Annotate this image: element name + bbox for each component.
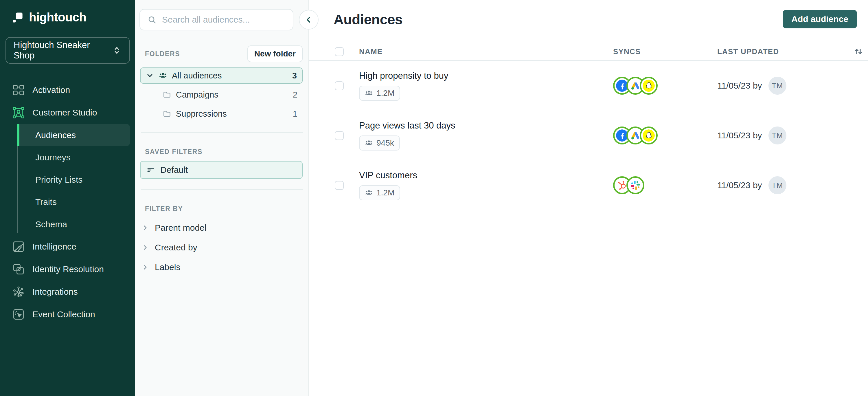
- folder-campaigns[interactable]: Campaigns 2: [140, 87, 303, 103]
- sidebar-item-label: Intelligence: [32, 242, 76, 251]
- filter-created-by[interactable]: Created by: [142, 238, 308, 257]
- integrations-icon: [12, 285, 25, 298]
- panel-divider: [141, 189, 303, 190]
- audience-size-badge: 1.2M: [359, 86, 400, 101]
- intelligence-icon: [12, 240, 25, 253]
- audience-people-icon: [365, 189, 373, 197]
- avatar: TM: [769, 176, 786, 194]
- sidebar-nav: Activation Customer Studio Audiences Jou…: [0, 79, 135, 326]
- hightouch-logo: hightouch: [0, 0, 135, 24]
- chevron-down-icon: [146, 71, 154, 80]
- filter-parent-model[interactable]: Parent model: [142, 218, 308, 238]
- audience-name[interactable]: High propensity to buy: [359, 71, 613, 81]
- filter-label: Labels: [155, 262, 180, 272]
- last-updated-cell: 11/05/23 by TM: [717, 126, 845, 145]
- avatar: TM: [769, 126, 786, 145]
- saved-filter-name: Default: [160, 165, 188, 175]
- main-content: Audiences Add audience NAME SYNCS LAST U…: [309, 0, 868, 396]
- audience-size: 1.2M: [376, 188, 394, 197]
- subnav-label: Schema: [35, 219, 67, 229]
- folder-count: 1: [293, 109, 298, 119]
- audience-people-icon: [159, 71, 167, 80]
- sidebar-item-label: Customer Studio: [32, 108, 97, 118]
- folder-label: Campaigns: [176, 90, 288, 99]
- select-all-checkbox[interactable]: [335, 47, 344, 56]
- syncs-cell: [613, 77, 717, 95]
- chevron-updown-icon: [112, 45, 122, 55]
- saved-filter-default[interactable]: Default: [140, 161, 303, 179]
- audience-name[interactable]: Page views last 30 days: [359, 120, 613, 131]
- sidebar-item-intelligence[interactable]: Intelligence: [0, 235, 135, 258]
- folder-suppressions[interactable]: Suppressions 1: [140, 106, 303, 122]
- audience-filter-panel: FOLDERS New folder All audiences 3 Campa…: [135, 0, 309, 396]
- sidebar-item-audiences[interactable]: Audiences: [18, 124, 130, 146]
- sidebar-item-priority-lists[interactable]: Priority Lists: [18, 169, 130, 191]
- workspace-name: Hightouch Sneaker Shop: [13, 40, 112, 61]
- table-header: NAME SYNCS LAST UPDATED: [309, 43, 868, 61]
- search-box: [140, 9, 293, 30]
- collapse-panel-button[interactable]: [299, 10, 318, 30]
- row-checkbox[interactable]: [335, 131, 344, 140]
- audience-size: 1.2M: [376, 89, 394, 98]
- column-header-syncs: SYNCS: [613, 47, 717, 56]
- subnav-label: Journeys: [35, 153, 71, 162]
- slack-icon: [629, 179, 642, 191]
- column-header-last-updated: LAST UPDATED: [717, 47, 845, 56]
- sidebar-item-integrations[interactable]: Integrations: [0, 280, 135, 303]
- search-input[interactable]: [162, 15, 286, 25]
- new-folder-button[interactable]: New folder: [247, 45, 303, 62]
- row-checkbox[interactable]: [335, 181, 344, 190]
- audience-name-cell: High propensity to buy 1.2M: [359, 71, 613, 101]
- folder-all-audiences[interactable]: All audiences 3: [140, 67, 303, 84]
- audience-size-badge: 1.2M: [359, 185, 400, 200]
- search-icon: [147, 15, 157, 25]
- sidebar-item-customer-studio[interactable]: Customer Studio: [0, 101, 135, 124]
- snapchat-sync-badge[interactable]: [640, 126, 658, 145]
- filter-by-label: FILTER BY: [145, 205, 183, 213]
- audience-size-badge: 945k: [359, 135, 400, 151]
- snapchat-sync-badge[interactable]: [640, 77, 658, 95]
- audience-name-cell: Page views last 30 days 945k: [359, 120, 613, 151]
- sort-icon[interactable]: [853, 46, 864, 57]
- audience-people-icon: [365, 139, 373, 147]
- sidebar-item-activation[interactable]: Activation: [0, 79, 135, 101]
- sidebar-item-label: Activation: [32, 85, 70, 95]
- folder-label: Suppressions: [176, 109, 288, 119]
- sidebar-item-identity-resolution[interactable]: Identity Resolution: [0, 258, 135, 280]
- folder-tree: All audiences 3 Campaigns 2 Suppressions…: [140, 67, 303, 122]
- subnav-label: Priority Lists: [35, 175, 83, 185]
- audience-name[interactable]: VIP customers: [359, 170, 613, 181]
- customer-studio-icon: [12, 106, 25, 119]
- customer-studio-subnav: Audiences Journeys Priority Lists Traits…: [18, 124, 135, 235]
- sidebar-item-traits[interactable]: Traits: [18, 191, 130, 213]
- filter-labels[interactable]: Labels: [142, 257, 308, 277]
- workspace-selector[interactable]: Hightouch Sneaker Shop: [5, 37, 130, 64]
- panel-divider: [141, 132, 303, 133]
- slack-sync-badge[interactable]: [626, 176, 644, 194]
- row-checkbox[interactable]: [335, 81, 344, 90]
- chevron-left-icon: [304, 16, 313, 24]
- folder-count: 2: [293, 90, 298, 99]
- last-updated-cell: 11/05/23 by TM: [717, 77, 845, 95]
- table-row: VIP customers 1.2M 11/05/23 by TM: [309, 160, 868, 210]
- last-updated-cell: 11/05/23 by TM: [717, 176, 845, 194]
- sidebar-item-label: Integrations: [32, 287, 78, 297]
- folder-icon: [163, 110, 171, 118]
- hightouch-logo-icon: [11, 11, 24, 24]
- last-updated-text: 11/05/23 by: [717, 180, 762, 190]
- saved-filters-header: SAVED FILTERS: [145, 148, 303, 156]
- add-audience-button[interactable]: Add audience: [783, 10, 857, 28]
- syncs-cell: [613, 126, 717, 145]
- sidebar-item-journeys[interactable]: Journeys: [18, 146, 130, 169]
- filter-by-header: FILTER BY: [145, 205, 303, 213]
- saved-filters-label: SAVED FILTERS: [145, 148, 203, 156]
- filter-lines-icon: [146, 165, 155, 174]
- audience-people-icon: [365, 89, 373, 97]
- sidebar-item-schema[interactable]: Schema: [18, 213, 130, 235]
- sidebar: hightouch Hightouch Sneaker Shop Activat…: [0, 0, 135, 396]
- sidebar-item-event-collection[interactable]: Event Collection: [0, 303, 135, 326]
- filter-label: Created by: [155, 243, 197, 252]
- audience-name-cell: VIP customers 1.2M: [359, 170, 613, 200]
- avatar: TM: [769, 77, 786, 95]
- table-row: Page views last 30 days 945k 11/05/23 by…: [309, 111, 868, 160]
